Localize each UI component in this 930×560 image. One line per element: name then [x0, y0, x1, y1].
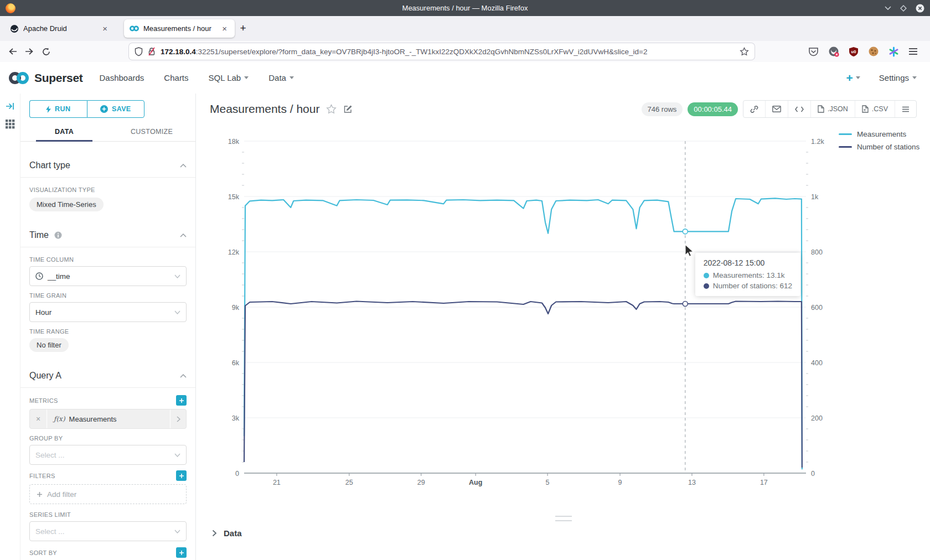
mixed-timeseries-chart[interactable]: 18k1.2k15k1k12k8009k6006k4003k2000021252… — [197, 119, 930, 491]
druid-favicon — [10, 24, 19, 33]
expand-panel-icon[interactable] — [5, 101, 15, 111]
nav-settings[interactable]: Settings — [879, 73, 917, 82]
superset-logo[interactable]: Superset — [8, 71, 82, 85]
tooltip-value: Number of stations: 612 — [713, 282, 792, 290]
new-chart-button[interactable]: + — [846, 71, 860, 85]
time-range-value[interactable]: No filter — [29, 338, 69, 352]
nav-charts[interactable]: Charts — [164, 73, 188, 82]
dataset-rail — [0, 94, 20, 560]
svg-text:1k: 1k — [811, 193, 819, 201]
copy-link-button[interactable] — [743, 101, 765, 117]
nav-data[interactable]: Data — [268, 73, 294, 82]
svg-text:15k: 15k — [228, 193, 240, 201]
url-bar[interactable]: 172.18.0.4:32251/superset/explore/?form_… — [129, 43, 755, 60]
chevron-right-icon — [212, 530, 217, 537]
viz-type-label: VISUALIZATION TYPE — [29, 186, 95, 193]
metric-token[interactable]: × ƒ(x) Measurements — [29, 409, 187, 429]
tab-customize[interactable]: CUSTOMIZE — [108, 123, 195, 141]
json-label: .JSON — [828, 105, 848, 113]
tab-measurements-hour[interactable]: Measurements / hour × — [124, 19, 235, 38]
time-grain-label: TIME GRAIN — [29, 292, 66, 299]
run-button[interactable]: RUN — [29, 100, 87, 118]
legend-item-stations[interactable]: Number of stations — [839, 143, 919, 151]
section-time[interactable]: Time — [29, 230, 187, 240]
browser-window: Measurements / hour — Mozilla Firefox Ap… — [0, 0, 930, 560]
tab-label: Measurements / hour — [143, 24, 215, 33]
resize-grip[interactable] — [555, 516, 572, 521]
window-close-icon[interactable] — [916, 4, 924, 13]
favorite-star-icon[interactable] — [326, 104, 337, 114]
add-sort-metric-button[interactable] — [176, 547, 187, 558]
insecure-lock-icon[interactable] — [148, 47, 156, 56]
forward-button[interactable] — [21, 44, 38, 59]
save-label: SAVE — [112, 105, 131, 113]
embed-email-button[interactable] — [765, 101, 788, 117]
view-query-button[interactable] — [788, 101, 810, 117]
save-button[interactable]: SAVE — [87, 100, 145, 118]
shield-icon[interactable] — [135, 47, 143, 56]
series-limit-select[interactable]: Select ... — [29, 521, 187, 541]
new-tab-button[interactable]: + — [235, 20, 251, 36]
section-chart-type[interactable]: Chart type — [29, 160, 187, 170]
time-column-select[interactable]: __time — [29, 266, 187, 286]
tab-close-icon[interactable]: × — [220, 23, 229, 34]
bookmark-star-icon[interactable] — [740, 47, 749, 56]
control-panel: RUN SAVE DATA CUSTOMIZE Chart type VISUA… — [20, 94, 196, 560]
export-json-button[interactable]: .JSON — [810, 101, 855, 117]
group-by-select[interactable]: Select ... — [29, 445, 187, 465]
tab-data[interactable]: DATA — [20, 123, 108, 141]
menu-hamburger-icon[interactable] — [908, 48, 918, 55]
pocket-icon[interactable] — [808, 47, 819, 56]
reload-button[interactable] — [38, 44, 54, 59]
window-minimize-icon[interactable] — [885, 6, 891, 11]
url-text[interactable]: 172.18.0.4:32251/superset/explore/?form_… — [161, 48, 735, 56]
series-limit-placeholder: Select ... — [35, 527, 170, 536]
remove-metric-icon[interactable]: × — [30, 409, 47, 428]
plus-icon — [37, 491, 43, 497]
save-circle-icon — [100, 105, 108, 113]
chevron-down-icon — [290, 76, 294, 79]
tooltip-date: 2022-08-12 15:00 — [704, 258, 792, 267]
data-section-toggle[interactable]: Data — [212, 528, 242, 538]
section-query-a[interactable]: Query A — [29, 371, 187, 381]
url-host: 172.18.0.4 — [161, 48, 196, 56]
svg-text:29: 29 — [417, 479, 425, 486]
menu-bars-icon — [902, 106, 910, 112]
asterisk-extension-icon[interactable] — [888, 46, 899, 57]
nav-dashboards[interactable]: Dashboards — [99, 73, 144, 82]
viz-type-value[interactable]: Mixed Time-Series — [29, 198, 104, 211]
time-grain-select[interactable]: Hour — [29, 302, 187, 322]
cookie-icon[interactable] — [868, 46, 879, 57]
ublock-origin-icon[interactable]: u0 — [849, 46, 859, 57]
edit-icon[interactable] — [343, 105, 353, 114]
dataset-grid-icon[interactable] — [5, 119, 15, 129]
chevron-up-icon — [180, 374, 187, 378]
browser-toolbar: 172.18.0.4:32251/superset/explore/?form_… — [0, 41, 930, 63]
chart-canvas[interactable]: 18k1.2k15k1k12k8009k6006k4003k2000021252… — [197, 119, 930, 491]
superset-favicon — [130, 25, 139, 32]
chart-menu-button[interactable] — [895, 101, 916, 117]
chevron-down-icon — [856, 76, 860, 79]
brand-name: Superset — [34, 71, 82, 85]
chart-panel: Measurements / hour 746 rows 00:00:05.44… — [197, 94, 930, 560]
export-csv-button[interactable]: .CSV — [855, 101, 895, 117]
section-title: Chart type — [29, 160, 70, 170]
window-maximize-icon[interactable] — [900, 5, 907, 12]
tab-apache-druid[interactable]: Apache Druid × — [4, 19, 115, 38]
svg-text:600: 600 — [811, 304, 823, 312]
group-by-label: GROUP BY — [29, 435, 63, 442]
add-filter-dropzone[interactable]: Add filter — [29, 484, 187, 504]
container-mask-icon[interactable] — [828, 46, 839, 57]
add-metric-button[interactable] — [176, 395, 187, 406]
chart-legend: Measurements Number of stations — [839, 130, 919, 155]
svg-text:9: 9 — [618, 479, 622, 486]
envelope-icon — [772, 106, 781, 112]
nav-sql-lab[interactable]: SQL Lab — [209, 73, 249, 82]
metric-name: Measurements — [69, 415, 170, 423]
chevron-right-icon[interactable] — [170, 409, 186, 428]
window-titlebar: Measurements / hour — Mozilla Firefox — [0, 0, 930, 16]
legend-item-measurements[interactable]: Measurements — [839, 130, 919, 138]
tab-close-icon[interactable]: × — [100, 23, 110, 34]
back-button[interactable] — [4, 44, 21, 59]
add-filter-button[interactable] — [176, 470, 187, 481]
